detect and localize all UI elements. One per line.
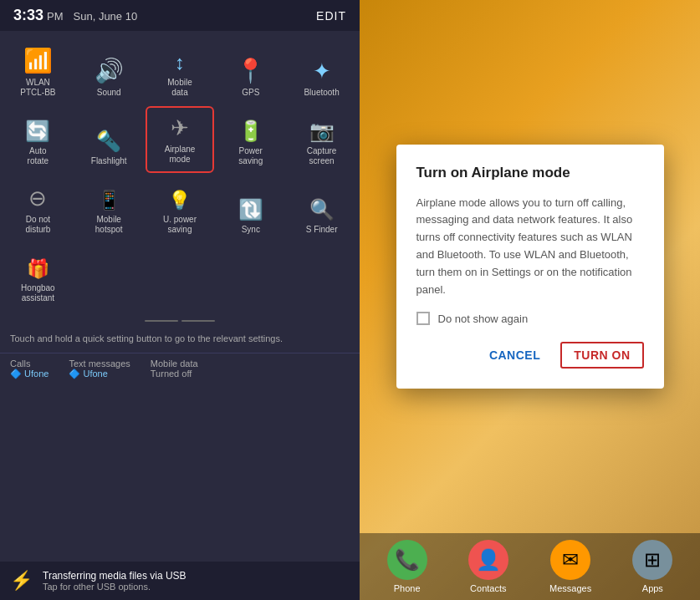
status-period: PM: [47, 10, 64, 23]
status-date: Sun, June 10: [74, 10, 138, 23]
messages-label: Messages: [549, 583, 591, 593]
messages-icon: ✉: [550, 540, 590, 580]
sms-value: 🔷 Ufone: [69, 369, 130, 379]
usb-notification[interactable]: ⚡ Transferring media files via USB Tap f…: [0, 562, 360, 600]
qs-airplane[interactable]: ✈ Airplanemode: [146, 106, 215, 173]
sms-label: Text messages: [69, 358, 130, 369]
bluetooth-icon: ✦: [313, 58, 331, 84]
edit-button[interactable]: EDIT: [316, 9, 346, 23]
qs-dnd[interactable]: ⊖ Do notdisturb: [3, 175, 73, 242]
dialog-body: Airplane mode allows you to turn off cal…: [416, 195, 644, 299]
qs-mobile-data[interactable]: ↕ Mobiledata: [146, 38, 215, 104]
gps-label: GPS: [242, 88, 259, 98]
status-bar: 3:33 PM Sun, June 10 EDIT: [0, 0, 360, 31]
qs-sync[interactable]: 🔃 Sync: [216, 175, 285, 242]
gps-icon: 📍: [236, 57, 265, 84]
checkbox-label: Do not show again: [438, 313, 529, 325]
qs-wlan[interactable]: 📶 WLANPTCL-BB: [3, 38, 73, 104]
right-panel: 🤓 Awsdn.com FROM THE EXPERTS! Turn on Ai…: [360, 0, 700, 600]
apps-label: Apps: [642, 583, 663, 593]
power-saving-icon: 🔋: [238, 119, 263, 143]
airplane-icon: ✈: [171, 115, 189, 141]
calls-info: Calls 🔷 Ufone: [10, 358, 49, 379]
flashlight-label: Flashlight: [91, 156, 127, 166]
upower-icon: 💡: [168, 190, 191, 211]
status-time: 3:33: [13, 7, 43, 24]
dialog-title: Turn on Airplane mode: [416, 165, 644, 181]
qs-flashlight[interactable]: 🔦 Flashlight: [74, 106, 144, 173]
mobile-value: Turned off: [151, 369, 198, 379]
bottom-hint: Touch and hold a quick setting button to…: [0, 325, 360, 353]
dialog-backdrop: Turn on Airplane mode Airplane mode allo…: [360, 0, 700, 533]
qs-capture[interactable]: 📷 Capturescreen: [287, 106, 356, 173]
sms-info: Text messages 🔷 Ufone: [69, 358, 130, 379]
qs-sound[interactable]: 🔊 Sound: [74, 38, 144, 104]
drag-handle: [0, 317, 360, 325]
sound-icon: 🔊: [95, 57, 124, 84]
qs-auto-rotate[interactable]: 🔄 Autorotate: [3, 106, 73, 173]
hotspot-icon: 📱: [98, 190, 120, 211]
qs-sfinder[interactable]: 🔍 S Finder: [287, 175, 356, 242]
phone-icon: 📞: [387, 540, 427, 580]
qs-upower[interactable]: 💡 U. powersaving: [146, 175, 215, 242]
qs-gps[interactable]: 📍 GPS: [216, 38, 285, 104]
calls-label: Calls: [10, 358, 49, 369]
mobile-info: Mobile data Turned off: [151, 358, 198, 379]
power-saving-label: Powersaving: [238, 146, 263, 166]
dnd-icon: ⊖: [28, 186, 47, 211]
left-panel: 3:33 PM Sun, June 10 EDIT 📶 WLANPTCL-BB …: [0, 0, 360, 600]
wlan-icon: 📶: [23, 47, 53, 74]
flashlight-icon: 🔦: [96, 130, 121, 153]
upower-label: U. powersaving: [163, 215, 197, 235]
dock-phone[interactable]: 📞 Phone: [387, 540, 427, 593]
mobile-label: Mobile data: [151, 358, 198, 369]
qs-power-saving[interactable]: 🔋 Powersaving: [216, 106, 285, 173]
qs-bluetooth[interactable]: ✦ Bluetooth: [287, 38, 356, 104]
dialog-buttons: CANCEL TURN ON: [416, 342, 644, 369]
dock-contacts[interactable]: 👤 Contacts: [468, 540, 508, 593]
airplane-label: Airplanemode: [165, 145, 196, 165]
status-info-row: Calls 🔷 Ufone Text messages 🔷 Ufone Mobi…: [0, 353, 360, 384]
capture-icon: 📷: [309, 119, 335, 143]
capture-label: Capturescreen: [307, 146, 337, 166]
turn-on-button[interactable]: TURN ON: [560, 342, 643, 369]
usb-text: Transferring media files via USB: [43, 570, 186, 582]
apps-icon: ⊞: [632, 540, 672, 580]
dock-apps[interactable]: ⊞ Apps: [632, 540, 672, 593]
cancel-button[interactable]: CANCEL: [483, 342, 547, 369]
do-not-show-checkbox[interactable]: [416, 312, 430, 325]
airplane-dialog: Turn on Airplane mode Airplane mode allo…: [396, 145, 664, 389]
usb-subtext: Tap for other USB options.: [43, 582, 186, 592]
phone-label: Phone: [394, 583, 421, 593]
sfinder-icon: 🔍: [309, 198, 335, 221]
dock-messages[interactable]: ✉ Messages: [549, 540, 591, 593]
qs-hongbao[interactable]: 🎁 Hongbaoassistant: [3, 243, 73, 310]
sfinder-label: S Finder: [306, 225, 338, 235]
contacts-label: Contacts: [470, 583, 506, 593]
qs-hotspot[interactable]: 📱 Mobilehotspot: [74, 175, 144, 242]
mobile-data-icon: ↕: [175, 51, 185, 74]
usb-icon: ⚡: [10, 570, 33, 592]
dialog-checkbox-row[interactable]: Do not show again: [416, 312, 644, 325]
quick-settings-grid: 📶 WLANPTCL-BB 🔊 Sound ↕ Mobiledata 📍 GPS…: [0, 31, 360, 317]
hotspot-label: Mobilehotspot: [95, 215, 123, 235]
auto-rotate-icon: 🔄: [25, 119, 50, 143]
calls-value: 🔷 Ufone: [10, 369, 49, 379]
wlan-label: WLANPTCL-BB: [20, 78, 55, 98]
sync-icon: 🔃: [238, 198, 263, 221]
sound-label: Sound: [97, 88, 121, 98]
app-dock: 📞 Phone 👤 Contacts ✉ Messages ⊞ Apps: [360, 533, 700, 600]
hongbao-icon: 🎁: [27, 258, 49, 280]
hongbao-label: Hongbaoassistant: [21, 283, 55, 303]
mobile-data-label: Mobiledata: [167, 78, 192, 98]
contacts-icon: 👤: [468, 540, 508, 580]
sync-label: Sync: [242, 225, 260, 235]
auto-rotate-label: Autorotate: [28, 146, 49, 166]
dnd-label: Do notdisturb: [25, 215, 50, 235]
bluetooth-label: Bluetooth: [304, 88, 339, 98]
